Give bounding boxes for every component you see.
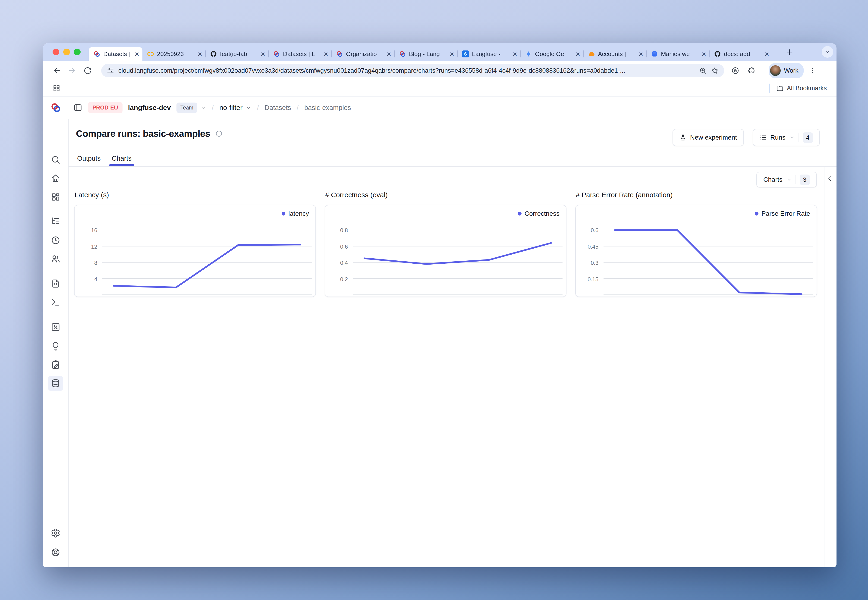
browser-tab[interactable]: Google Ge× <box>520 47 583 61</box>
tab-close-icon[interactable]: × <box>135 50 139 58</box>
langfuse-app: PROD-EU langfuse-dev Team / no-filter / … <box>43 97 836 567</box>
sidebar-item-settings[interactable] <box>48 526 63 541</box>
sidebar-item-evaluators[interactable] <box>48 320 63 335</box>
langfuse-favicon-icon <box>399 50 406 58</box>
password-extension-icon[interactable] <box>730 65 741 76</box>
sidebar-item-home[interactable] <box>48 171 63 186</box>
browser-tab[interactable]: Datasets | L× <box>269 47 331 61</box>
zoom-icon[interactable] <box>699 67 707 74</box>
browser-tab[interactable]: 20250923× <box>143 47 205 61</box>
collapse-panel-chevron-icon[interactable] <box>824 173 835 184</box>
address-bar[interactable]: cloud.langfuse.com/project/cmfwgv8fx002o… <box>101 64 724 77</box>
users-icon <box>51 254 61 264</box>
breadcrumb-separator: / <box>212 103 214 112</box>
close-window-icon[interactable] <box>53 48 59 55</box>
tab-charts[interactable]: Charts <box>112 151 132 166</box>
apps-grid-icon[interactable] <box>53 84 61 92</box>
tab-close-icon[interactable]: × <box>261 50 265 58</box>
tab-title: Datasets | L <box>283 50 320 58</box>
new-tab-button[interactable] <box>785 48 794 56</box>
site-settings-icon[interactable] <box>107 67 114 74</box>
breadcrumb-datasets[interactable]: Datasets <box>264 104 291 112</box>
org-name[interactable]: langfuse-dev <box>128 104 171 112</box>
tabs-divider <box>68 166 836 167</box>
github-favicon-icon <box>714 50 721 58</box>
org-plan[interactable]: Team <box>176 103 206 113</box>
header-actions: New experiment Runs 4 <box>672 129 820 146</box>
tab-title: Google Ge <box>535 50 572 58</box>
browser-tab[interactable]: 6Langfuse -× <box>457 47 520 61</box>
langfuse-logo-icon[interactable] <box>50 102 61 113</box>
runs-dropdown-button[interactable]: Runs 4 <box>753 129 820 146</box>
browser-tab[interactable]: Blog - Lang× <box>395 47 457 61</box>
browser-tab[interactable]: Organizatio× <box>331 47 395 61</box>
back-button[interactable] <box>52 65 62 76</box>
tab-title: Blog - Lang <box>409 50 446 58</box>
button-divider <box>798 133 799 142</box>
chevron-down-icon <box>789 135 795 140</box>
breadcrumb-dataset-name[interactable]: basic-examples <box>304 104 351 112</box>
browser-menu-icon[interactable] <box>808 66 817 75</box>
tab-close-icon[interactable]: × <box>449 50 454 58</box>
tab-title: Marlies we <box>661 50 698 58</box>
url-text[interactable]: cloud.langfuse.com/project/cmfwgv8fx002o… <box>118 67 695 74</box>
sidebar-item-search[interactable] <box>48 152 63 167</box>
runs-count-badge: 4 <box>803 132 813 143</box>
forward-button[interactable] <box>67 65 77 76</box>
bookmark-star-icon[interactable] <box>711 67 719 74</box>
profile-avatar <box>770 65 781 76</box>
sidebar-item-dashboards[interactable] <box>48 189 63 205</box>
chevron-down-icon <box>200 105 206 111</box>
browser-profile-chip[interactable]: Work <box>769 63 804 78</box>
tab-close-icon[interactable]: × <box>765 50 769 58</box>
all-bookmarks-label[interactable]: All Bookmarks <box>787 85 827 92</box>
project-selector[interactable]: no-filter <box>219 104 251 112</box>
tab-close-icon[interactable]: × <box>197 50 202 58</box>
insights-icon <box>51 341 61 351</box>
sidebar-item-sessions[interactable] <box>48 233 63 248</box>
new-experiment-button[interactable]: New experiment <box>672 129 744 146</box>
window-controls <box>53 48 80 55</box>
sidebar-item-insights[interactable] <box>48 338 63 354</box>
sidebar-item-tracing[interactable] <box>48 214 63 229</box>
browser-tab[interactable]: docs: add× <box>709 47 772 61</box>
sidebar-item-users[interactable] <box>48 251 63 267</box>
tab-close-icon[interactable]: × <box>575 50 580 58</box>
chart-plot <box>325 205 566 297</box>
sidebar-item-playground[interactable] <box>48 295 63 310</box>
profile-label: Work <box>784 67 798 74</box>
extensions-puzzle-icon[interactable] <box>747 65 757 76</box>
tab-close-icon[interactable]: × <box>701 50 706 58</box>
github-favicon-icon <box>210 50 217 58</box>
browser-tab[interactable]: feat(io-tab× <box>205 47 269 61</box>
tracing-icon <box>51 216 61 226</box>
tab-search-chevron-icon[interactable] <box>822 46 833 58</box>
langfuse-favicon-icon <box>93 50 100 58</box>
tab-close-icon[interactable]: × <box>639 50 643 58</box>
browser-tab[interactable]: Accounts |× <box>583 47 646 61</box>
tab-close-icon[interactable]: × <box>323 50 328 58</box>
tab-outputs[interactable]: Outputs <box>77 151 101 166</box>
sidebar-item-support[interactable] <box>48 545 63 560</box>
sidebar-item-prompts[interactable] <box>48 276 63 291</box>
chart-block: # Parse Error Rate (annotation)0.150.30.… <box>575 191 817 297</box>
sidebar-item-datasets[interactable] <box>48 376 63 391</box>
tab-close-icon[interactable]: × <box>513 50 517 58</box>
maximize-window-icon[interactable] <box>74 48 80 55</box>
tab-close-icon[interactable]: × <box>387 50 391 58</box>
folder-icon <box>776 85 783 92</box>
charts-dropdown-button[interactable]: Charts 3 <box>756 172 817 188</box>
tab-title: Datasets | L <box>103 50 132 58</box>
prompts-icon <box>51 279 61 288</box>
reload-button[interactable] <box>82 65 93 76</box>
langfuse-favicon-icon <box>336 50 343 58</box>
minimize-window-icon[interactable] <box>63 48 70 55</box>
app-sidebar <box>43 119 69 567</box>
annotation-icon <box>51 360 61 370</box>
browser-tab[interactable]: Datasets | L× <box>89 47 143 61</box>
info-icon[interactable] <box>215 130 223 137</box>
browser-tab[interactable]: Marlies we× <box>646 47 709 61</box>
sidebar-toggle-icon[interactable] <box>73 103 82 112</box>
environment-badge: PROD-EU <box>88 102 123 113</box>
sidebar-item-annotation[interactable] <box>48 357 63 373</box>
